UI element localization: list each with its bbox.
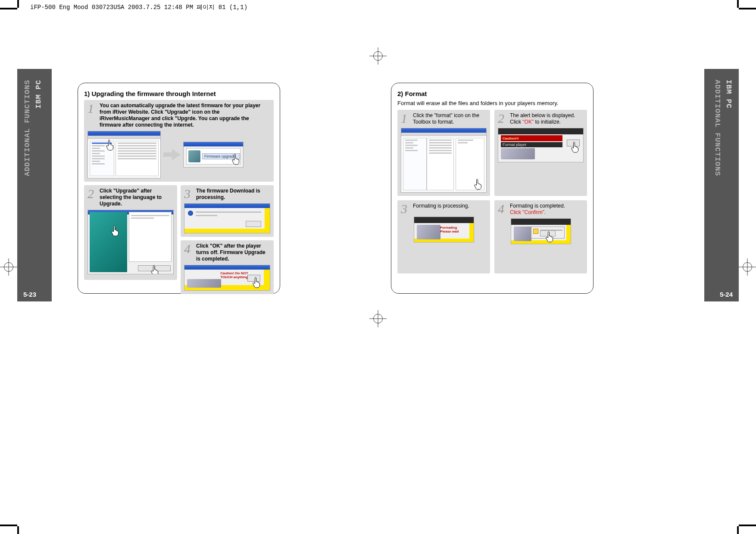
registration-mark bbox=[369, 47, 387, 65]
screenshot-caution-ok: Caution! Do NOT TOUCH anything bbox=[184, 265, 270, 291]
cursor-hand-icon bbox=[105, 139, 116, 151]
formating-label: Formating Please wait bbox=[440, 226, 467, 233]
content-right: 2) Format Format will erase all the file… bbox=[391, 83, 594, 294]
step-number: 3 bbox=[401, 204, 410, 214]
section-subtitle-right: Format will erase all the files and fold… bbox=[397, 100, 587, 106]
crop-mark bbox=[739, 525, 756, 526]
crop-mark bbox=[737, 526, 739, 534]
right-sidebar-tab: IBM PC ADDITIONAL FUNCTIONS 5-24 bbox=[704, 69, 739, 301]
step-number: 1 bbox=[401, 113, 410, 124]
content-left: 1) Upgrading the firmware through Intern… bbox=[78, 83, 280, 294]
screenshot-language-select bbox=[87, 210, 174, 274]
step-2r-text-b: to initialize. bbox=[534, 119, 561, 125]
step-1r-text: Click the "format" icon on the Toolbox t… bbox=[413, 112, 487, 125]
cursor-hand-icon bbox=[150, 264, 160, 274]
crop-mark bbox=[739, 8, 756, 9]
document-header: iFP-500 Eng Mood 030723USA 2003.7.25 12:… bbox=[30, 3, 247, 11]
step-3r-text: Formating is processing. bbox=[413, 203, 469, 209]
page-right: IBM PC ADDITIONAL FUNCTIONS 5-24 2) Form… bbox=[378, 69, 739, 301]
tab-title-1: IBM PC bbox=[725, 80, 733, 109]
step-3-right: 3 Formating is processing. Formating Ple… bbox=[397, 200, 490, 273]
caution-title: Caution!!! bbox=[503, 137, 519, 140]
tab-title-2: ADDITIONAL FUNCTIONS bbox=[713, 80, 722, 176]
cursor-hand-icon bbox=[570, 141, 581, 153]
caution-subtitle: Format player bbox=[501, 142, 562, 147]
screenshot-music-manager bbox=[87, 131, 161, 178]
cursor-hand-icon bbox=[545, 231, 555, 243]
page-left: ADDITIONAL FUNCTIONS IBM PC 5-23 1) Upgr… bbox=[17, 69, 378, 301]
step-2r-text: The alert below is displayed. Click "OK"… bbox=[510, 112, 584, 125]
step-4-left: 4 Click "OK" after the player turns off.… bbox=[181, 240, 274, 294]
screenshot-confirm bbox=[511, 218, 571, 244]
section-title-right: 2) Format bbox=[397, 90, 587, 97]
step-number: 4 bbox=[184, 244, 194, 254]
crop-mark bbox=[737, 0, 739, 8]
page-number-right: 5-24 bbox=[720, 291, 733, 298]
screenshot-formating: Formating Please wait bbox=[414, 217, 474, 242]
crop-mark bbox=[0, 525, 17, 526]
step-3-text: The firmware Download is processing. bbox=[196, 188, 270, 201]
screenshot-upgrade-button: Firmware upgrade bbox=[183, 142, 244, 168]
step-2r-ok: "OK" bbox=[522, 119, 534, 125]
step-number: 2 bbox=[87, 189, 97, 199]
registration-mark bbox=[0, 258, 17, 276]
step-4-text: Click "OK" after the player turns off. F… bbox=[196, 243, 270, 262]
crop-mark bbox=[17, 526, 19, 534]
step-2-left: 2 Click "Upgrade" after selecting the la… bbox=[84, 185, 177, 280]
cursor-hand-icon bbox=[231, 153, 241, 165]
tab-title-2: IBM PC bbox=[34, 80, 43, 109]
screenshot-format-alert: Caution!!! Format player bbox=[498, 128, 584, 162]
crop-mark bbox=[17, 0, 19, 8]
registration-mark bbox=[739, 258, 756, 276]
left-sidebar-tab: ADDITIONAL FUNCTIONS IBM PC 5-23 bbox=[17, 69, 52, 301]
dialog-button bbox=[246, 221, 261, 227]
cursor-hand-icon bbox=[110, 225, 121, 237]
step-1-left: 1 You can automatically upgrade the late… bbox=[84, 100, 274, 182]
step-2-right: 2 The alert below is displayed. Click "O… bbox=[494, 110, 587, 196]
tab-title-1: ADDITIONAL FUNCTIONS bbox=[23, 80, 31, 176]
screenshot-download-progress bbox=[184, 203, 270, 233]
step-number: 3 bbox=[184, 189, 194, 199]
cursor-hand-icon bbox=[252, 276, 262, 289]
crop-mark bbox=[0, 8, 17, 9]
step-1-text: You can automatically upgrade the latest… bbox=[100, 102, 270, 128]
section-title-left: 1) Upgrading the firmware through Intern… bbox=[84, 90, 274, 97]
step-4r-text: Formating is completed. Click "Confirm". bbox=[510, 203, 565, 216]
registration-mark bbox=[369, 310, 387, 327]
step-4-right: 4 Formating is completed. Click "Confirm… bbox=[494, 200, 587, 273]
page-spread: ADDITIONAL FUNCTIONS IBM PC 5-23 1) Upgr… bbox=[17, 69, 739, 301]
step-number: 1 bbox=[87, 103, 97, 114]
page-number-left: 5-23 bbox=[23, 291, 36, 298]
step-1-right: 1 Click the "format" icon on the Toolbox… bbox=[397, 110, 490, 196]
step-2-text: Click "Upgrade" after selecting the lang… bbox=[100, 188, 174, 207]
cursor-hand-icon bbox=[473, 178, 484, 190]
step-number: 2 bbox=[498, 113, 507, 124]
step-3-left: 3 The firmware Download is processing. bbox=[181, 185, 274, 237]
screenshot-toolbox-format bbox=[401, 128, 487, 192]
step-number: 4 bbox=[498, 204, 507, 214]
arrow-right-icon bbox=[163, 148, 181, 161]
step-4r-confirm: Click "Confirm". bbox=[510, 209, 546, 215]
step-4r-text-a: Formating is completed. bbox=[510, 203, 565, 209]
